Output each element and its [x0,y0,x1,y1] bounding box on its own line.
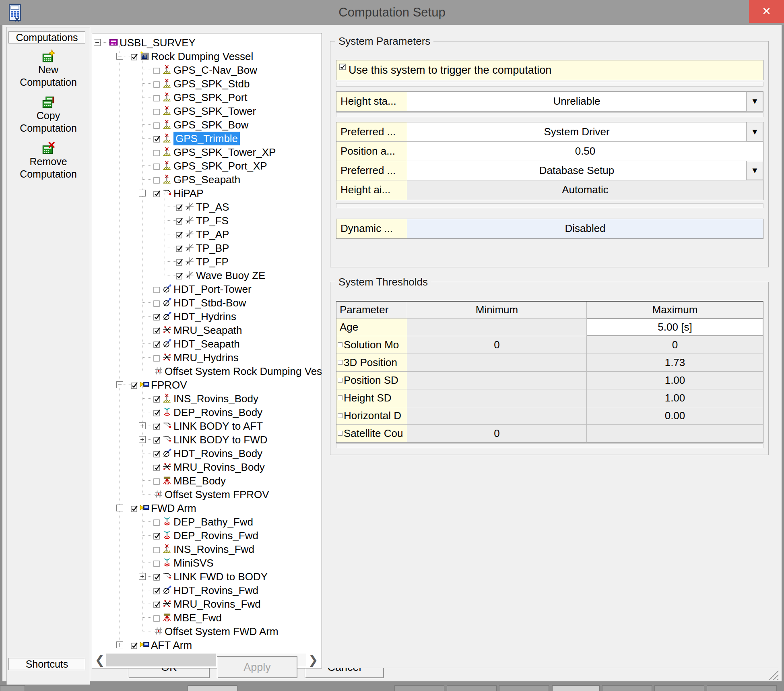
tree-checkbox-unchecked[interactable] [153,122,161,129]
tree-item-label[interactable]: LINK BODY to AFT [173,419,263,433]
dropdown-arrow-icon[interactable]: ▼ [746,161,763,180]
tree-checkbox-checked[interactable] [153,135,161,143]
tree-expander-minus-icon[interactable] [139,190,146,197]
tree-checkbox-unchecked[interactable] [153,149,161,156]
tree-expander-plus-icon[interactable] [139,422,146,429]
tree-item[interactable]: LINK BODY to AFT [92,419,322,433]
tree-item[interactable]: INS_Rovins_Fwd [92,542,322,556]
tree-checkbox-unchecked[interactable] [153,163,161,170]
tree-item-label[interactable]: MiniSVS [173,556,214,570]
tree-item[interactable]: GPS_Seapath [92,173,322,186]
tree-item-label[interactable]: DEP_Bathy_Fwd [173,515,253,529]
tree-item-label[interactable]: HDT_Seapath [173,337,240,351]
tree-checkbox-checked[interactable] [176,245,183,252]
tree-item-label[interactable]: HDT_Hydrins [173,310,236,323]
tree-item-label[interactable]: INS_Rovins_Fwd [173,542,254,556]
tree-checkbox-checked[interactable] [153,464,161,471]
tree-checkbox-checked[interactable] [153,341,161,348]
scroll-right-icon[interactable]: ❯ [308,654,318,666]
tree-expander-plus-icon[interactable] [139,436,146,443]
tree-item[interactable]: HDT_Seapath [92,337,322,351]
tree-item[interactable]: MRU_Seapath [92,323,322,337]
tree-item[interactable]: MBE_Fwd [92,611,322,625]
tree-checkbox-unchecked[interactable] [153,478,161,485]
tree-item-label[interactable]: TP_FS [196,214,229,228]
taskbar-segment[interactable] [394,685,444,691]
threshold-max-cell[interactable]: 1.00 [587,372,763,389]
threshold-checkbox[interactable] [338,342,342,347]
tree-item[interactable]: FPROV [92,378,322,392]
tree-item-label[interactable]: USBL_SURVEY [120,36,196,50]
tree-item-label[interactable]: Rock Dumping Vessel [151,50,253,63]
taskbar-segment[interactable] [602,685,652,691]
taskbar-segment[interactable] [499,685,549,691]
sidebar-footer-shortcuts[interactable]: Shortcuts [8,658,85,670]
tree-item[interactable]: GPS_C-Nav_Bow [92,63,322,77]
tree-item-label[interactable]: TP_BP [196,241,229,255]
tree-item[interactable]: TP_BP [92,241,322,255]
tree-checkbox-checked[interactable] [153,587,161,594]
tree-checkbox-checked[interactable] [131,53,138,60]
threshold-min-cell[interactable]: 0 [407,425,587,442]
tree-item[interactable]: GPS_Trimble [92,132,322,145]
sidebar-header-computations[interactable]: Computations [8,31,85,43]
tree-checkbox-checked[interactable] [176,217,183,225]
tree-item-label[interactable]: GPS_SPK_Port_XP [173,159,267,173]
taskbar-segment[interactable] [552,685,600,691]
tree-checkbox-checked[interactable] [131,642,138,649]
tree-item-label[interactable]: HDT_Stbd-Bow [173,296,246,310]
tree-item[interactable]: GPS_SPK_Port [92,91,322,104]
tree-checkbox-checked[interactable] [153,395,161,403]
threshold-max-cell[interactable]: 0 [587,336,763,354]
parameter-value[interactable]: 0.50 [407,142,763,161]
tree-item-label[interactable]: MRU_Hydrins [173,351,239,364]
tree-checkbox-checked[interactable] [131,505,138,512]
tree-item-label[interactable]: HiPAP [173,186,204,200]
tree-expander-minus-icon[interactable] [116,505,123,511]
threshold-max-cell[interactable] [587,425,763,442]
tree-checkbox-unchecked[interactable] [153,108,161,115]
tree-checkbox-checked[interactable] [176,204,183,211]
tree-item[interactable]: MRU_Hydrins [92,351,322,364]
tree-item[interactable]: TP_AS [92,200,322,214]
tree-item[interactable]: GPS_SPK_Tower [92,104,322,118]
threshold-checkbox[interactable] [338,413,342,418]
threshold-max-cell[interactable]: 5.00 [s] [587,319,763,336]
tree-item-label[interactable]: MRU_Rovins_Fwd [173,597,261,611]
threshold-min-cell[interactable] [407,389,587,407]
close-button[interactable]: ✕ [749,0,784,23]
threshold-max-cell[interactable]: 1.73 [587,354,763,371]
tree-checkbox-unchecked[interactable] [153,94,161,101]
tree-item[interactable]: TP_FS [92,214,322,228]
tree-checkbox-unchecked[interactable] [153,300,161,307]
threshold-min-cell[interactable]: 0 [407,336,587,354]
tree-item[interactable]: AFT Arm [92,638,322,652]
tree-item[interactable]: TP_AP [92,228,322,241]
tree-item-label[interactable]: HDT_Rovins_Fwd [173,583,258,597]
sidebar-item-new-computation[interactable]: NewComputation [7,49,90,89]
threshold-min-cell[interactable] [407,319,587,336]
tree-expander-minus-icon[interactable] [94,39,101,46]
tree-checkbox-checked[interactable] [153,190,161,197]
tree-item-label[interactable]: GPS_SPK_Bow [173,118,248,132]
tree-item[interactable]: MRU_Rovins_Body [92,460,322,474]
tree-item-label[interactable]: AFT Arm [151,638,192,652]
threshold-checkbox[interactable] [338,378,342,383]
tree-item[interactable]: HiPAP [92,186,322,200]
tree-item-label[interactable]: GPS_SPK_Port [173,91,248,104]
tree-item[interactable]: Wave Buoy ZE [92,269,322,282]
tree-item[interactable]: MBE_Body [92,474,322,488]
taskbar-segment[interactable] [447,685,497,691]
tree-checkbox-checked[interactable] [153,601,161,608]
tree-item[interactable]: HDT_Port-Tower [92,282,322,296]
tree-item[interactable]: Offset System Rock Dumping Vess [92,364,322,378]
dropdown-arrow-icon[interactable]: ▼ [746,122,763,141]
tree-item-label[interactable]: MRU_Rovins_Body [173,460,265,474]
tree-item-label[interactable]: HDT_Port-Tower [173,282,252,296]
tree-item[interactable]: HDT_Stbd-Bow [92,296,322,310]
tree-item[interactable]: GPS_SPK_Stdb [92,77,322,91]
taskbar-segment[interactable] [188,685,237,691]
tree-checkbox-checked[interactable] [176,231,183,238]
tree-item[interactable]: FWD Arm [92,501,322,515]
dropdown-arrow-icon[interactable]: ▼ [746,92,763,111]
